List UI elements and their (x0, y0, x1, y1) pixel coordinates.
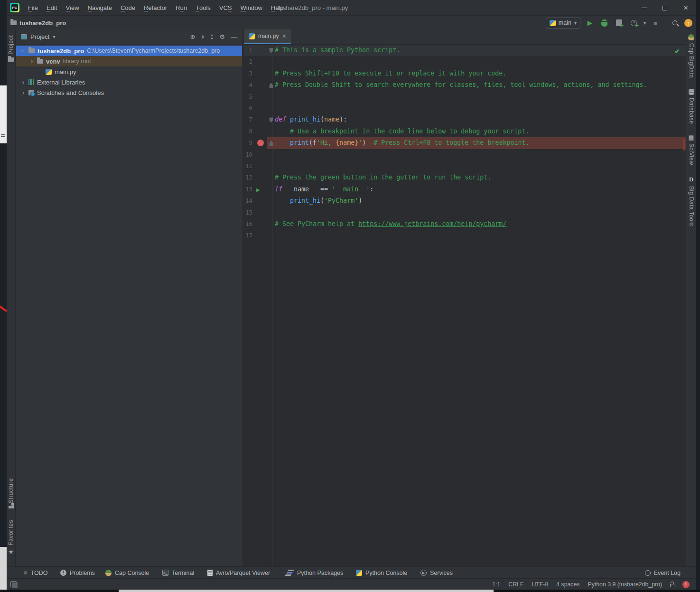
select-opened-file-button[interactable]: ⊕ (190, 34, 196, 40)
collapse-all-button[interactable]: ▼▲ (210, 35, 213, 39)
menu-mnemonic: T (196, 4, 199, 11)
line-number: 1 (244, 45, 252, 56)
run-coverage-button[interactable] (614, 18, 625, 28)
caret-position[interactable]: 1:1 (492, 581, 500, 588)
chevron-right-icon[interactable]: › (21, 79, 26, 85)
menu-file[interactable]: File (24, 0, 42, 15)
tool-services[interactable]: ▶Services (420, 567, 453, 579)
project-view-selector[interactable]: Project ▾ (21, 33, 56, 40)
profiler-dropdown-icon[interactable]: ▾ (644, 20, 646, 26)
python-file-icon (46, 69, 52, 75)
tool-stripe-database[interactable]: Database (688, 89, 695, 124)
code-text: # Press Double Shift to search everywher… (275, 79, 647, 91)
tree-extra-text: library root (63, 58, 91, 65)
exclamation-icon: ! (685, 582, 687, 587)
run-configuration-select[interactable]: main ▾ (546, 18, 580, 28)
menu-view[interactable]: View (61, 0, 83, 15)
tree-row-main-py[interactable]: main.py (16, 66, 242, 77)
debug-button[interactable] (599, 18, 610, 28)
profiler-icon (631, 20, 637, 26)
tool-problems[interactable]: !Problems (60, 567, 95, 579)
run-button[interactable]: ▶ (585, 18, 595, 28)
background-white-area (0, 85, 7, 143)
tool-python-console[interactable]: Python Console (356, 567, 407, 579)
chevron-right-icon[interactable]: › (21, 89, 26, 96)
error-notification-icon[interactable]: ! (682, 581, 690, 588)
tab-close-icon[interactable]: × (282, 33, 286, 39)
breadcrumb[interactable]: tushare2db_pro (10, 19, 66, 27)
search-everywhere-button[interactable] (670, 18, 680, 28)
inspections-ok-icon[interactable]: ✔ (674, 47, 680, 55)
tool-python-packages[interactable]: Python Packages (288, 567, 343, 579)
close-button[interactable]: × (675, 0, 696, 16)
menu-code[interactable]: Code (116, 0, 140, 15)
tool-stripe-cap-bigdata[interactable]: Cap BigData (688, 34, 695, 78)
project-panel-title: Project (30, 33, 49, 40)
menu-mnemonic: V (65, 4, 70, 11)
tree-row-tushare2db-pro[interactable]: ›tushare2db_proC:\Users\Steven\PycharmPr… (16, 46, 242, 56)
line-separator[interactable]: CRLF (508, 581, 523, 588)
menu-edit[interactable]: Edit (42, 0, 61, 15)
tree-row-venv[interactable]: ›venvlibrary root (16, 56, 242, 66)
expand-all-button[interactable]: ▲▼ (201, 35, 204, 39)
tab-main-py[interactable]: main.py × (244, 29, 291, 44)
menu-mnemonic: E (47, 4, 51, 11)
editor[interactable]: 1# This is a sample Python script.23# Pr… (244, 45, 686, 566)
file-encoding[interactable]: UTF-8 (532, 581, 548, 588)
maximize-button[interactable] (654, 0, 675, 16)
tool-label: Terminal (172, 570, 194, 576)
menu-tools[interactable]: Tools (191, 0, 215, 15)
hide-panel-button[interactable]: — (231, 34, 237, 40)
token: if (275, 186, 282, 193)
chevron-right-icon[interactable]: › (29, 58, 34, 65)
chevron-down-icon[interactable]: › (20, 48, 27, 53)
indent-setting[interactable]: 4 spaces (556, 581, 579, 588)
code-line-2: 2 (244, 56, 686, 67)
tool-stripe-structure[interactable]: Structure (8, 478, 14, 508)
stripe-label: Database (688, 98, 695, 124)
token: f (313, 139, 317, 146)
tool-cap-console[interactable]: Cap Console (105, 567, 149, 579)
python-interpreter[interactable]: Python 3.9 (tushare2db_pro) (588, 581, 662, 588)
event-log-label: Event Log (654, 570, 681, 576)
breadcrumb-project-name: tushare2db_pro (19, 19, 66, 27)
tool-stripe-project[interactable]: Project (7, 35, 15, 62)
tool-event-log[interactable]: Event Log (645, 567, 681, 579)
code-text: # See PyCharm help at https://www.jetbra… (275, 218, 506, 230)
tree-row-scratches-and-consoles[interactable]: ›Scratches and Consoles (16, 87, 242, 98)
tool-todo[interactable]: ≡TODO (24, 567, 47, 579)
stop-button[interactable]: ■ (650, 18, 661, 28)
bigdata-icon: D (689, 176, 693, 183)
code-line-3: 3# Press Shift+F10 to execute it or repl… (244, 68, 686, 79)
ide-update-button[interactable]: ↑ (684, 19, 692, 27)
tool-window-switcher-icon[interactable] (10, 581, 17, 587)
scratches-icon (28, 90, 34, 95)
settings-gear-button[interactable]: ⚙ (219, 34, 225, 40)
right-tool-stripe: Cap BigDataDatabase▦SciViewDBig Data Too… (686, 29, 696, 566)
tool-stripe-favorites[interactable]: Favorites ★ (8, 520, 14, 555)
tree-label: External Libraries (37, 79, 85, 86)
token: print (290, 139, 309, 146)
tool-stripe-sciview[interactable]: ▦SciView (688, 134, 695, 165)
menu-window[interactable]: Window (236, 0, 267, 15)
line-background (244, 91, 686, 103)
run-line-icon[interactable]: ▶ (256, 184, 260, 196)
error-stripe-breakpoint-mark[interactable] (683, 139, 685, 150)
unlock-icon[interactable] (670, 584, 674, 587)
maximize-icon (663, 6, 667, 10)
database-icon (689, 89, 694, 95)
python-icon (550, 20, 556, 26)
menu-refactor[interactable]: Refactor (140, 0, 171, 15)
menu-vcs[interactable]: VCS (215, 0, 236, 15)
title-bar: PC FileEditViewNavigateCodeRefactorRunTo… (7, 0, 696, 16)
breakpoint-icon[interactable] (257, 140, 264, 146)
tool-stripe-big-data-tools[interactable]: DBig Data Tools (688, 176, 695, 226)
profiler-button[interactable] (629, 18, 639, 28)
minimize-button[interactable] (634, 0, 654, 16)
menu-run[interactable]: Run (171, 0, 191, 15)
tool-label: TODO (31, 570, 48, 576)
menu-navigate[interactable]: Navigate (84, 0, 116, 15)
tool-avro-parquet-viewer[interactable]: Avro/Parquet Viewer (207, 567, 270, 579)
tool-terminal[interactable]: >_Terminal (162, 567, 194, 579)
tree-row-external-libraries[interactable]: ›External Libraries (16, 77, 242, 87)
